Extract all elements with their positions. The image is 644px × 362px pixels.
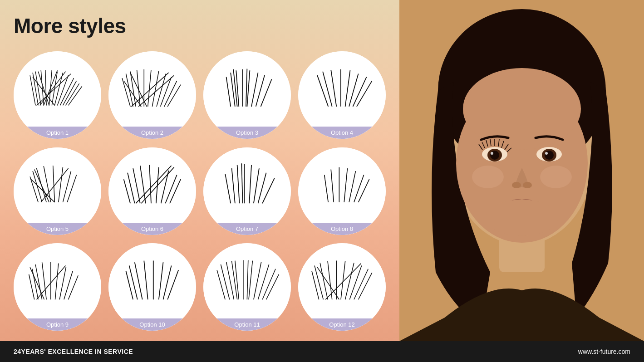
svg-line-78 [254, 168, 259, 203]
svg-line-12 [69, 86, 82, 105]
option-label-5: Option 5 [14, 223, 101, 235]
svg-line-56 [59, 167, 63, 202]
svg-line-106 [163, 266, 172, 300]
svg-line-20 [130, 71, 136, 106]
option-card-9[interactable]: Option 9 [14, 243, 101, 331]
svg-line-120 [312, 271, 319, 300]
svg-line-57 [63, 171, 71, 203]
svg-line-82 [324, 175, 328, 202]
svg-line-26 [161, 77, 172, 106]
option-label-7: Option 7 [203, 223, 291, 235]
svg-line-92 [42, 262, 47, 299]
option-card-3[interactable]: Option 3 [203, 51, 291, 139]
svg-line-37 [247, 70, 250, 107]
svg-line-62 [124, 180, 130, 204]
svg-line-29 [132, 73, 169, 107]
svg-line-119 [247, 260, 248, 299]
svg-line-66 [149, 165, 151, 203]
svg-point-156 [523, 182, 532, 188]
svg-line-85 [344, 168, 347, 202]
svg-line-80 [262, 178, 275, 203]
svg-point-159 [486, 200, 558, 236]
svg-line-97 [69, 275, 79, 299]
svg-line-81 [241, 164, 242, 204]
option-card-11[interactable]: Option 11 [203, 243, 291, 331]
lash-image-12 [298, 243, 386, 318]
option-label-1: Option 1 [14, 127, 101, 139]
svg-point-140 [490, 151, 499, 160]
title-divider [14, 42, 372, 42]
lash-image-2 [108, 51, 196, 127]
lash-image-10 [108, 243, 196, 318]
svg-line-77 [249, 165, 251, 203]
svg-line-11 [66, 83, 79, 105]
lash-image-3 [203, 51, 291, 127]
svg-line-23 [148, 70, 151, 107]
svg-line-111 [235, 261, 239, 300]
svg-line-108 [217, 270, 225, 299]
lash-image-8 [298, 147, 386, 223]
footer: 24YEARS' EXCELLENCE IN SERVICE www.st-fu… [0, 341, 644, 362]
option-label-2: Option 2 [108, 127, 196, 139]
right-panel [399, 0, 644, 341]
svg-line-73 [225, 174, 231, 204]
option-label-6: Option 6 [108, 223, 196, 235]
svg-line-47 [345, 70, 350, 107]
footer-tagline: 24YEARS' EXCELLENCE IN SERVICE [14, 348, 133, 355]
option-card-12[interactable]: Option 12 [298, 243, 386, 331]
page-title: More styles [14, 14, 386, 38]
svg-line-45 [331, 70, 336, 107]
svg-line-103 [144, 261, 147, 300]
option-label-3: Option 3 [203, 127, 291, 139]
lash-image-11 [203, 243, 291, 318]
option-card-5[interactable]: Option 5 [14, 147, 101, 235]
lash-image-5 [14, 147, 101, 223]
option-label-12: Option 12 [298, 318, 386, 331]
svg-line-74 [232, 168, 235, 203]
svg-line-25 [157, 73, 166, 106]
svg-line-39 [256, 75, 265, 107]
model-photo [399, 0, 644, 341]
option-label-10: Option 10 [108, 318, 196, 331]
svg-line-89 [29, 274, 34, 299]
svg-line-43 [317, 75, 328, 107]
svg-line-51 [30, 177, 38, 203]
option-card-10[interactable]: Option 10 [108, 243, 196, 331]
option-card-4[interactable]: Option 4 [298, 51, 386, 139]
svg-point-155 [512, 182, 521, 188]
svg-line-88 [359, 180, 369, 203]
lash-image-9 [14, 243, 101, 318]
svg-line-44 [323, 71, 332, 106]
svg-point-154 [545, 152, 548, 155]
left-panel: More styles [0, 0, 399, 341]
svg-line-113 [249, 261, 252, 300]
svg-line-70 [170, 180, 181, 204]
option-card-6[interactable]: Option 6 [108, 147, 196, 235]
svg-point-158 [540, 166, 572, 188]
option-card-2[interactable]: Option 2 [108, 51, 196, 139]
option-label-9: Option 9 [14, 318, 101, 331]
svg-line-94 [55, 264, 59, 300]
option-card-7[interactable]: Option 7 [203, 147, 291, 235]
svg-line-64 [133, 168, 140, 203]
svg-line-42 [246, 68, 247, 106]
svg-line-18 [122, 78, 130, 107]
option-label-11: Option 11 [203, 318, 291, 331]
svg-point-141 [491, 152, 493, 155]
svg-point-137 [463, 68, 581, 150]
lash-image-1 [14, 51, 101, 127]
svg-line-71 [141, 167, 174, 204]
footer-website: www.st-future.com [578, 348, 630, 355]
svg-line-55 [53, 166, 55, 202]
option-card-1[interactable]: Option 1 [14, 51, 101, 139]
option-card-8[interactable]: Option 8 [298, 147, 386, 235]
svg-line-19 [126, 73, 133, 106]
options-grid: Option 1 [14, 51, 386, 332]
svg-point-157 [472, 166, 504, 188]
svg-line-86 [349, 171, 355, 203]
svg-line-126 [345, 263, 354, 300]
svg-line-83 [331, 170, 334, 202]
svg-line-127 [349, 266, 362, 300]
lash-image-6 [108, 147, 196, 223]
svg-point-153 [545, 151, 554, 160]
